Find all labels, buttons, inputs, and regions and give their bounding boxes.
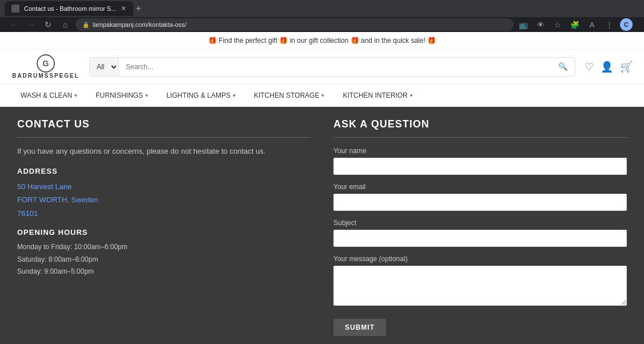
main-content: CONTACT US If you have any questions or … — [0, 107, 644, 344]
nav-arrow-kitchen-interior: ▾ — [410, 93, 413, 98]
ask-question-title: ASK A QUESTION — [333, 118, 627, 130]
submit-button[interactable]: SUBMIT — [333, 319, 386, 336]
search-category-select[interactable]: All — [90, 58, 119, 76]
reload-button[interactable]: ↻ — [41, 18, 55, 31]
message-label: Your message (optional) — [333, 255, 627, 263]
contact-intro: If you have any questions or concerns, p… — [17, 147, 311, 155]
email-input[interactable] — [333, 194, 627, 211]
bookmark-icon[interactable]: ☆ — [551, 18, 564, 31]
name-label: Your name — [333, 147, 627, 155]
subject-label: Subject — [333, 219, 627, 227]
main-nav: WASH & CLEAN ▾ FURNISHINGS ▾ LIGHTING & … — [0, 84, 644, 107]
contact-info-section: CONTACT US If you have any questions or … — [17, 118, 311, 336]
email-label: Your email — [333, 183, 627, 191]
nav-label-kitchen-storage: KITCHEN STORAGE — [254, 91, 319, 99]
subject-field-group: Subject — [333, 219, 627, 247]
menu-icon[interactable]: ⋮ — [603, 18, 615, 31]
browser-controls: ← → ↻ ⌂ 🔒 lampakampanj.com/kontakta-oss/… — [0, 17, 644, 32]
hide-icon[interactable]: 👁 — [534, 18, 547, 31]
tab-close-icon[interactable]: ✕ — [121, 5, 126, 13]
logo-text: BADRUMSSPEGEL — [12, 73, 79, 79]
nav-arrow-lighting: ▾ — [233, 93, 236, 98]
tab-bar: Contact us - Bathroom mirror S... ✕ + — [0, 0, 644, 17]
nav-arrow-wash-clean: ▾ — [74, 93, 77, 98]
address-line3: 76101 — [17, 207, 311, 220]
banner-text: 🎁 Find the perfect gift 🎁 in our gift co… — [208, 37, 436, 45]
name-input[interactable] — [333, 158, 627, 175]
browser-chrome: Contact us - Bathroom mirror S... ✕ + ← … — [0, 0, 644, 32]
nav-label-lighting: LIGHTING & LAMPS — [166, 91, 230, 99]
website: 🎁 Find the perfect gift 🎁 in our gift co… — [0, 32, 644, 344]
home-button[interactable]: ⌂ — [58, 18, 72, 31]
profile-button[interactable]: C — [620, 18, 633, 31]
cast-icon[interactable]: 📺 — [517, 18, 530, 31]
nav-item-wash-clean[interactable]: WASH & CLEAN ▾ — [11, 84, 86, 107]
nav-label-wash-clean: WASH & CLEAN — [21, 91, 72, 99]
search-input[interactable] — [119, 58, 551, 76]
nav-label-kitchen-interior: KITCHEN INTERIOR — [343, 91, 407, 99]
subject-input[interactable] — [333, 230, 627, 247]
logo-emblem: G — [37, 54, 55, 73]
address-label: ADDRESS — [17, 167, 311, 175]
account-icon[interactable]: 👤 — [601, 61, 613, 73]
contact-us-title: CONTACT US — [17, 118, 311, 130]
header-icons: ♡ 👤 🛒 — [585, 61, 633, 73]
name-field-group: Your name — [333, 147, 627, 175]
browser-tab[interactable]: Contact us - Bathroom mirror S... ✕ — [5, 1, 133, 16]
hours-monday-friday: Monday to Friday: 10:00am–6:00pm — [17, 241, 311, 254]
wishlist-icon[interactable]: ♡ — [585, 61, 594, 73]
message-field-group: Your message (optional) — [333, 255, 627, 307]
nav-arrow-furnishings: ▾ — [145, 93, 148, 98]
email-field-group: Your email — [333, 183, 627, 211]
search-button[interactable]: 🔍 — [551, 58, 575, 76]
hours-sunday: Sunday: 9:00am–5:00pm — [17, 266, 311, 278]
tab-title: Contact us - Bathroom mirror S... — [24, 5, 116, 12]
lock-icon: 🔒 — [82, 22, 89, 28]
cart-icon[interactable]: 🛒 — [620, 61, 633, 73]
site-logo[interactable]: G BADRUMSSPEGEL — [11, 54, 80, 79]
address-bar[interactable]: 🔒 lampakampanj.com/kontakta-oss/ — [75, 18, 514, 31]
address-line2: FORT WORTH, Sweden — [17, 193, 311, 206]
hours-label: OPENING HOURS — [17, 228, 311, 237]
search-bar[interactable]: All 🔍 — [89, 57, 575, 77]
browser-actions: 📺 👁 ☆ 🧩 A ⋮ C — [517, 18, 637, 31]
nav-item-kitchen-interior[interactable]: KITCHEN INTERIOR ▾ — [333, 84, 422, 107]
nav-arrow-kitchen-storage: ▾ — [321, 93, 324, 98]
nav-item-furnishings[interactable]: FURNISHINGS ▾ — [86, 84, 157, 107]
ask-question-section: ASK A QUESTION Your name Your email Subj… — [333, 118, 627, 336]
hours-saturday: Saturday: 8:00am–6:00pm — [17, 254, 311, 266]
nav-item-lighting[interactable]: LIGHTING & LAMPS ▾ — [157, 84, 245, 107]
account-icon[interactable]: A — [586, 18, 598, 31]
forward-button[interactable]: → — [24, 18, 38, 31]
top-banner: 🎁 Find the perfect gift 🎁 in our gift co… — [0, 32, 644, 50]
ask-divider — [333, 137, 627, 138]
site-header: G BADRUMSSPEGEL All 🔍 ♡ 👤 🛒 — [0, 50, 644, 84]
tab-favicon — [11, 5, 19, 13]
back-button[interactable]: ← — [7, 18, 21, 31]
new-tab-button[interactable]: + — [136, 3, 141, 14]
contact-divider — [17, 137, 311, 138]
address-line1[interactable]: 50 Harvest Lane — [17, 180, 311, 193]
url-text: lampakampanj.com/kontakta-oss/ — [93, 21, 186, 28]
nav-label-furnishings: FURNISHINGS — [96, 91, 143, 99]
nav-item-kitchen-storage[interactable]: KITCHEN STORAGE ▾ — [245, 84, 333, 107]
message-textarea[interactable] — [333, 266, 627, 306]
extensions-icon[interactable]: 🧩 — [569, 18, 581, 31]
